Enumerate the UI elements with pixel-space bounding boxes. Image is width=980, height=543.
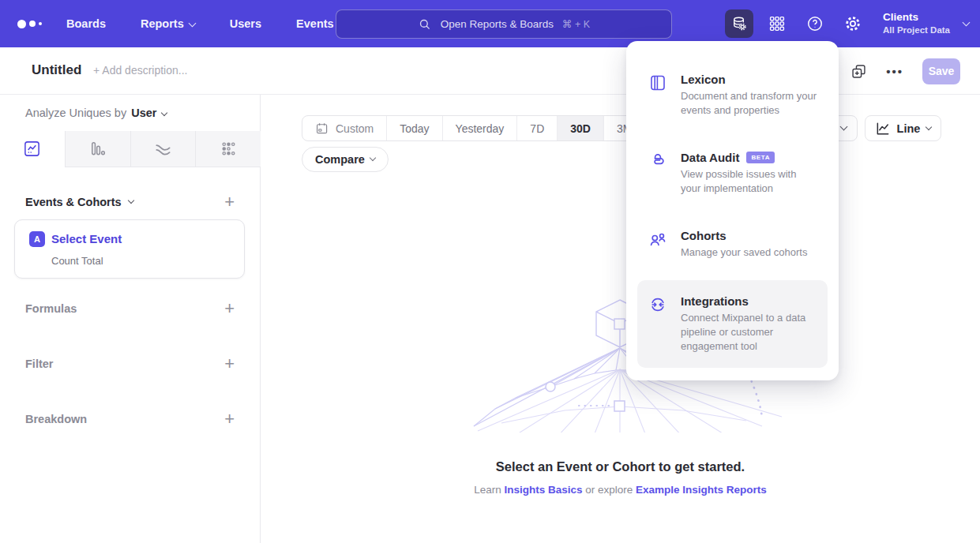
analyze-prefix-label: Analyze Uniques by — [25, 107, 126, 119]
report-header-actions: ••• Save — [850, 47, 960, 95]
nav-item-boards[interactable]: Boards — [66, 17, 106, 30]
add-filter-button[interactable]: + — [224, 355, 235, 373]
menu-item-description: Manage your saved cohorts — [681, 245, 807, 260]
filter-header: Filter — [25, 358, 53, 370]
flow-icon — [154, 140, 172, 158]
data-management-button[interactable] — [725, 9, 753, 38]
chevron-down-icon — [840, 123, 848, 131]
project-name-label: All Project Data — [883, 24, 950, 36]
events-cohorts-header[interactable]: Events & Cohorts — [25, 196, 133, 208]
date-range-30d[interactable]: 30D — [557, 116, 603, 140]
chevron-down-icon — [127, 197, 133, 204]
nav-links: Boards Reports Users Events — [66, 17, 334, 30]
select-event-label[interactable]: Select Event — [51, 232, 122, 245]
beta-badge: BETA — [746, 152, 775, 163]
filter-section: Filter + — [25, 355, 235, 373]
chevron-down-icon — [370, 155, 376, 161]
dots-grid-icon — [220, 140, 238, 158]
duplicate-report-icon[interactable] — [850, 63, 867, 80]
formulas-header: Formulas — [25, 302, 77, 315]
line-chart-icon — [23, 140, 41, 158]
breakdown-header: Breakdown — [25, 413, 87, 425]
menu-item-lexicon[interactable]: Lexicon Document and transform your even… — [637, 65, 828, 125]
more-options-button[interactable]: ••• — [886, 65, 903, 78]
data-management-menu: Lexicon Document and transform your even… — [626, 41, 839, 380]
analyze-row: Analyze Uniques by User — [25, 107, 167, 119]
menu-item-title: Cohorts — [681, 229, 727, 242]
chevron-down-icon — [188, 20, 196, 28]
event-letter-badge: A — [29, 231, 45, 247]
tab-metrics-grid[interactable] — [195, 131, 261, 167]
nav-item-reports[interactable]: Reports — [141, 17, 195, 30]
menu-item-integrations[interactable]: Integrations Connect Mixpanel to a data … — [637, 280, 828, 368]
bar-chart-icon — [88, 140, 107, 158]
integrations-sync-icon — [648, 294, 667, 354]
navbar-right-controls: Clients All Project Data — [725, 0, 969, 47]
example-insights-reports-link[interactable]: Example Insights Reports — [636, 484, 767, 496]
menu-item-description: Connect Mixpanel to a data pipeline or c… — [681, 311, 817, 354]
report-title[interactable]: Untitled — [32, 62, 81, 78]
chart-type-dropdown[interactable]: Line — [865, 115, 941, 141]
events-cohorts-section: Events & Cohorts + — [25, 193, 235, 211]
empty-state-heading: Select an Event or Cohort to get started… — [261, 459, 980, 474]
settings-gear-button[interactable] — [839, 9, 867, 38]
menu-item-title: Data Audit — [681, 151, 739, 164]
project-selector[interactable]: Clients All Project Data — [883, 11, 969, 36]
nav-item-events[interactable]: Events — [296, 17, 334, 30]
save-button[interactable]: Save — [922, 58, 960, 84]
nav-item-users[interactable]: Users — [230, 17, 261, 30]
analyze-by-dropdown[interactable]: User — [131, 107, 167, 119]
top-navbar: Boards Reports Users Events Open Reports… — [0, 0, 980, 47]
select-event-card[interactable]: A Select Event Count Total — [14, 219, 245, 279]
compare-dropdown[interactable]: Compare — [302, 147, 389, 172]
tab-flow[interactable] — [130, 131, 196, 167]
date-range-7d[interactable]: 7D — [516, 116, 557, 140]
breakdown-section: Breakdown + — [25, 410, 235, 428]
date-range-custom[interactable]: Custom — [302, 116, 386, 140]
menu-item-cohorts[interactable]: Cohorts Manage your saved cohorts — [637, 221, 828, 268]
lexicon-book-icon — [648, 73, 667, 118]
menu-item-data-audit[interactable]: Data Audit BETA View possible issues wit… — [637, 143, 828, 204]
chevron-down-icon — [963, 18, 971, 26]
line-chart-icon — [875, 121, 891, 137]
add-breakdown-button[interactable]: + — [224, 410, 235, 428]
calendar-icon — [315, 122, 329, 136]
tab-bar-chart[interactable] — [65, 131, 130, 167]
add-event-button[interactable]: + — [224, 193, 235, 211]
search-placeholder: Open Reports & Boards — [441, 18, 554, 30]
main-content: Custom Today Yesterday 7D 30D 3M 6M Comp… — [261, 95, 980, 543]
menu-item-title: Lexicon — [681, 73, 726, 86]
chevron-down-icon — [926, 123, 932, 129]
cohorts-users-icon — [648, 229, 667, 260]
or-explore-text: or explore — [582, 484, 636, 496]
help-button[interactable] — [801, 9, 829, 38]
query-builder-sidebar: Analyze Uniques by User — [0, 95, 261, 543]
empty-state-links: Learn Insights Basics or explore Example… — [261, 484, 980, 496]
mixpanel-logo[interactable] — [17, 20, 54, 28]
learn-prefix: Learn — [474, 484, 504, 496]
date-range-today[interactable]: Today — [386, 116, 441, 140]
chevron-down-icon — [161, 110, 167, 116]
date-range-yesterday[interactable]: Yesterday — [442, 116, 517, 140]
apps-grid-button[interactable] — [763, 9, 791, 38]
search-shortcut: ⌘ + K — [562, 18, 590, 30]
tab-insights-line[interactable] — [0, 131, 65, 167]
search-icon — [418, 17, 432, 32]
chart-type-tabs — [0, 131, 261, 167]
menu-item-description: Document and transform your events and p… — [681, 89, 817, 118]
menu-item-title: Integrations — [681, 294, 749, 308]
report-description-placeholder[interactable]: + Add description... — [93, 64, 187, 77]
global-search-input[interactable]: Open Reports & Boards ⌘ + K — [336, 9, 672, 39]
insights-basics-link[interactable]: Insights Basics — [504, 484, 582, 496]
formulas-section: Formulas + — [25, 300, 235, 317]
data-audit-icon — [648, 151, 667, 196]
count-total-label[interactable]: Count Total — [51, 255, 103, 267]
menu-item-description: View possible issues with your implement… — [681, 167, 817, 196]
add-formula-button[interactable]: + — [224, 300, 235, 317]
project-org-label: Clients — [883, 11, 950, 24]
